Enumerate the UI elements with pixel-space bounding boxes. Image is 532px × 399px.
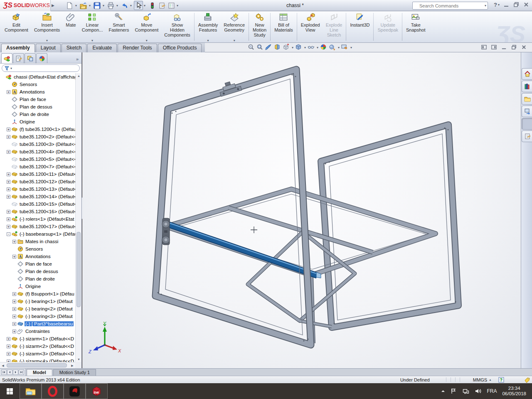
taskbar-app-explorer[interactable] xyxy=(20,383,42,399)
nav-last-button[interactable] xyxy=(19,369,24,375)
ribbon-button-mate[interactable]: Mate xyxy=(63,11,79,42)
section-view-button[interactable] xyxy=(274,44,281,51)
tree-expand-toggle[interactable]: - xyxy=(7,232,10,236)
tab-assembly[interactable]: Assembly xyxy=(1,44,35,52)
ribbon-button-insert-components[interactable]: Insert Components▾ xyxy=(31,11,63,42)
apply-scene-button[interactable] xyxy=(320,44,328,51)
tree-expand-toggle[interactable]: + xyxy=(7,225,10,229)
taskbar-app-opera[interactable] xyxy=(42,383,64,399)
tray-chevron-icon[interactable] xyxy=(441,389,445,393)
taskbar-app-garena[interactable] xyxy=(64,383,86,399)
print-dropdown-caret[interactable]: ▾ xyxy=(116,4,118,7)
ribbon-button-take-snapshot[interactable]: Take Snapshot xyxy=(403,11,428,42)
file-properties-button[interactable] xyxy=(157,1,166,10)
tab-office-products[interactable]: Office Products xyxy=(158,44,202,52)
tree-expand-toggle[interactable]: + xyxy=(7,352,10,356)
status-tag-icon[interactable] xyxy=(524,377,530,383)
chassis-model[interactable] xyxy=(82,52,521,368)
tab-render-tools[interactable]: Render Tools xyxy=(118,44,157,52)
tree-expand-toggle[interactable]: + xyxy=(7,172,10,176)
tree-item[interactable]: +(f) tube35.1200<1> (Défau xyxy=(0,126,75,133)
action-center-flag-icon[interactable] xyxy=(451,388,457,394)
nav-first-button[interactable] xyxy=(1,369,7,375)
nav-next-button[interactable] xyxy=(13,369,18,375)
graphics-viewport[interactable]: X Z Y xyxy=(82,52,521,368)
tree-item[interactable]: Sensors xyxy=(0,81,75,88)
edit-appearance-dropdown-caret[interactable]: ▾ xyxy=(350,46,352,49)
tree-item[interactable]: +tube35.1200<4> (Défaut<< xyxy=(0,148,75,155)
tree-item[interactable]: +tube35.1200<11> (Défaut< xyxy=(0,170,75,178)
tree-expand-toggle[interactable]: + xyxy=(12,240,16,244)
tree-expand-toggle[interactable]: + xyxy=(12,315,16,318)
select-cursor-button[interactable] xyxy=(134,1,143,10)
clock[interactable]: 23:34 06/05/2018 xyxy=(502,386,528,397)
vscroll-thumb[interactable] xyxy=(76,232,81,307)
display-style-button[interactable] xyxy=(295,44,303,51)
tree-item[interactable]: +tube35.1200<16> (Défaut< xyxy=(0,208,75,215)
tree-item[interactable]: Plan de droite xyxy=(0,111,75,118)
network-icon[interactable] xyxy=(463,388,469,394)
search-input[interactable] xyxy=(418,3,480,8)
model-right-frame[interactable] xyxy=(321,125,458,328)
language-indicator[interactable]: FRA xyxy=(487,388,497,394)
undo-dropdown-caret[interactable]: ▾ xyxy=(130,4,132,7)
hide-show-items-dropdown-caret[interactable]: ▾ xyxy=(317,46,318,49)
selection-filter-button[interactable] xyxy=(148,1,157,10)
tree-item[interactable]: +tube35.1200<17> (Défaut< xyxy=(0,223,75,230)
task-pane-tab-design-library[interactable] xyxy=(522,81,532,92)
scroll-up-arrow[interactable]: ▲ xyxy=(76,73,82,79)
status-help-icon[interactable]: ? xyxy=(498,377,504,383)
tab-sketch[interactable]: Sketch xyxy=(62,44,87,52)
magnified-selection-button[interactable] xyxy=(265,44,273,51)
help-caret[interactable]: ▾ xyxy=(498,3,500,7)
filter-caret[interactable]: ▾ xyxy=(10,66,12,70)
tree-item[interactable]: +(-) bearing<2> (Défaut xyxy=(0,305,75,313)
save-button[interactable] xyxy=(93,1,102,10)
taskbar-app-solidworks-app[interactable]: SW xyxy=(86,383,108,399)
tab-layout[interactable]: Layout xyxy=(36,44,61,52)
tree-item[interactable]: +(-) sizarm<2> (Défaut<<D xyxy=(0,342,75,350)
tree-item[interactable]: +tube35.1200<14> (Défaut< xyxy=(0,193,75,200)
tree-item[interactable]: +(-) bearing<3> (Défaut xyxy=(0,313,75,320)
zoom-fit-button[interactable] xyxy=(248,44,255,51)
doc-restore-button[interactable] xyxy=(511,44,517,50)
undo-button[interactable] xyxy=(120,1,129,10)
doc-tab-motion-study-1[interactable]: Motion Study 1 xyxy=(53,369,96,376)
options-list-button[interactable] xyxy=(167,1,176,10)
model-hinge-bracket[interactable] xyxy=(162,218,170,245)
tree-item[interactable]: Sensors xyxy=(0,245,75,253)
tree-expand-toggle[interactable]: + xyxy=(7,128,10,131)
fm-tabs-overflow-button[interactable]: » xyxy=(76,57,80,63)
feature-manager-tab[interactable] xyxy=(1,53,12,63)
ribbon-button-assembly-features[interactable]: Assembly Features▾ xyxy=(195,11,221,42)
tree-filter-input[interactable]: ▾ xyxy=(2,64,80,72)
scroll-left-arrow[interactable]: ◀ xyxy=(0,362,6,369)
tree-item[interactable]: Origine xyxy=(0,118,75,126)
units-caret-icon[interactable]: ▲ xyxy=(489,378,492,381)
tree-expand-toggle[interactable]: + xyxy=(7,187,10,191)
doc-tab-model[interactable]: Model xyxy=(27,369,52,376)
open-dropdown-caret[interactable]: ▾ xyxy=(89,4,91,7)
magnifier-icon[interactable] xyxy=(480,3,484,8)
property-manager-tab[interactable] xyxy=(13,53,24,63)
tree-expand-toggle[interactable]: + xyxy=(7,210,10,214)
tree-vertical-scrollbar[interactable]: ▲ ▼ xyxy=(75,73,81,362)
tree-item[interactable]: +(-) sizarm<3> (Défaut<<D xyxy=(0,350,75,357)
ribbon-button-instant3d[interactable]: Instant3D xyxy=(347,11,372,42)
view-orientation-button[interactable] xyxy=(283,44,290,51)
nav-prev-button[interactable] xyxy=(7,369,12,375)
tree-item[interactable]: Plan de dessus xyxy=(0,103,75,111)
tree-item[interactable]: +tube35.1200<12> (Défaut< xyxy=(0,178,75,185)
tree-item[interactable]: +AAnnotations xyxy=(0,253,75,260)
view-settings-button[interactable] xyxy=(329,44,336,51)
new-document-button[interactable] xyxy=(65,1,74,10)
hscroll-thumb[interactable] xyxy=(7,363,67,367)
ribbon-dropdown-caret[interactable]: ▾ xyxy=(146,38,148,42)
search-dropdown-caret[interactable]: ▾ xyxy=(485,4,486,7)
tab-evaluate[interactable]: Evaluate xyxy=(87,44,117,52)
ribbon-button-reference-geometry[interactable]: Reference Geometry▾ xyxy=(221,11,248,42)
ribbon-dropdown-caret[interactable]: ▾ xyxy=(91,38,93,42)
task-pane-tab-home[interactable] xyxy=(522,68,532,80)
scroll-right-arrow[interactable]: ▶ xyxy=(69,362,75,369)
tree-horizontal-scrollbar[interactable]: ◀ ▶ xyxy=(0,362,75,368)
